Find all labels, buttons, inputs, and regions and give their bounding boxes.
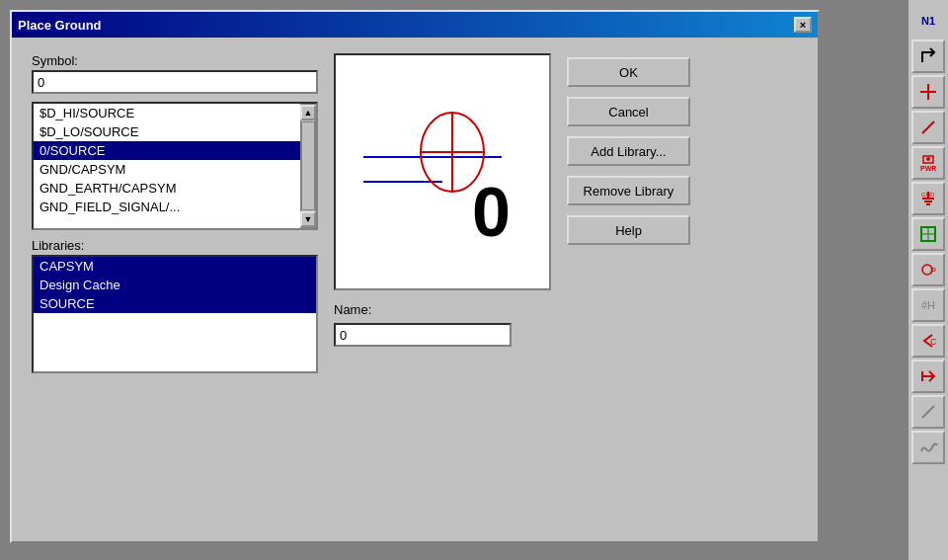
cancel-button[interactable]: Cancel: [567, 97, 690, 126]
c-icon[interactable]: C: [911, 324, 945, 358]
svg-text:P: P: [930, 266, 936, 276]
add-library-button[interactable]: Add Library...: [567, 136, 690, 166]
line-icon[interactable]: [911, 111, 945, 144]
dialog-titlebar: Place Ground ×: [12, 12, 818, 38]
svg-text:C: C: [930, 337, 937, 347]
list-item[interactable]: GND/CAPSYM: [34, 160, 300, 179]
preview-panel: 0 Name:: [334, 53, 551, 373]
op-icon[interactable]: P: [911, 253, 945, 286]
svg-line-2: [922, 121, 934, 133]
slash-icon[interactable]: [911, 395, 945, 429]
corner-icon[interactable]: [911, 40, 945, 73]
place-ground-dialog: Place Ground × Symbol: $D_HI/SOURCE $D_L…: [10, 10, 820, 543]
list-item[interactable]: 0/SOURCE: [34, 141, 300, 160]
box-icon[interactable]: [911, 217, 945, 251]
symbol-preview: 0: [334, 53, 551, 290]
name-section: Name:: [334, 302, 551, 347]
symbols-scrollbar[interactable]: ▲ ▼: [300, 104, 316, 228]
library-item-source[interactable]: SOURCE: [34, 294, 316, 313]
libraries-label: Libraries:: [32, 238, 318, 253]
hk-icon[interactable]: [911, 360, 945, 393]
svg-text:GND: GND: [921, 192, 935, 198]
svg-text:0: 0: [472, 174, 511, 251]
n1-label: N1: [911, 4, 945, 38]
svg-point-4: [926, 157, 930, 161]
svg-text:PWR: PWR: [920, 165, 936, 172]
power-icon[interactable]: PWR: [911, 146, 945, 180]
crosshair-icon[interactable]: [911, 75, 945, 109]
list-item[interactable]: GND_FIELD_SIGNAL/...: [34, 198, 300, 216]
wave-icon[interactable]: [911, 431, 945, 464]
remove-library-button[interactable]: Remove Library: [567, 176, 690, 205]
list-item[interactable]: $D_HI/SOURCE: [34, 104, 300, 122]
hash-icon[interactable]: #H: [911, 288, 945, 322]
libraries-list-inner: CAPSYM Design Cache SOURCE: [34, 257, 316, 371]
name-input[interactable]: [334, 323, 512, 347]
list-item[interactable]: $D_LO/SOURCE: [34, 122, 300, 141]
symbol-label: Symbol:: [32, 53, 318, 68]
gnd-icon[interactable]: GND: [911, 182, 945, 215]
ok-button[interactable]: OK: [567, 57, 690, 87]
library-item-capsym[interactable]: CAPSYM: [34, 257, 316, 276]
scroll-up-arrow[interactable]: ▲: [300, 105, 316, 120]
scroll-down-arrow[interactable]: ▼: [300, 211, 316, 227]
dialog-title: Place Ground: [18, 18, 102, 33]
scroll-thumb[interactable]: [301, 121, 315, 210]
right-toolbar: N1 PWR GND P #H C: [907, 0, 948, 560]
dialog-close-button[interactable]: ×: [794, 17, 812, 33]
symbol-input[interactable]: [32, 70, 318, 94]
list-item[interactable]: GND_EARTH/CAPSYM: [34, 179, 300, 198]
left-panel: Symbol: $D_HI/SOURCE $D_LO/SOURCE 0/SOUR…: [32, 53, 318, 373]
symbols-list-inner: $D_HI/SOURCE $D_LO/SOURCE 0/SOURCE GND/C…: [34, 104, 300, 228]
name-label: Name:: [334, 302, 551, 317]
help-button[interactable]: Help: [567, 215, 690, 245]
symbols-listbox[interactable]: $D_HI/SOURCE $D_LO/SOURCE 0/SOURCE GND/C…: [32, 102, 318, 230]
library-item-design-cache[interactable]: Design Cache: [34, 276, 316, 294]
svg-line-19: [922, 406, 934, 418]
buttons-panel: OK Cancel Add Library... Remove Library …: [567, 53, 695, 373]
libraries-listbox[interactable]: CAPSYM Design Cache SOURCE: [32, 255, 318, 373]
preview-svg: 0: [344, 63, 541, 280]
